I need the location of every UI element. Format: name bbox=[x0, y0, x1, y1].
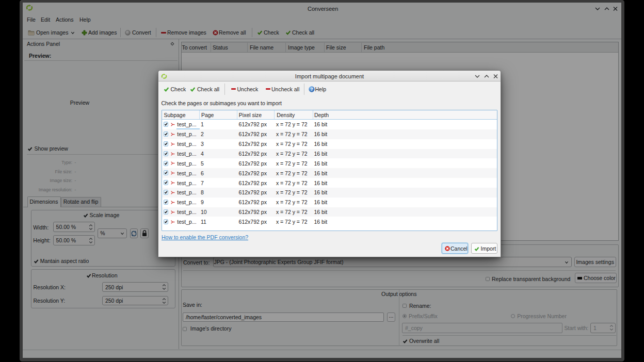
svg-text:?: ? bbox=[310, 87, 313, 92]
